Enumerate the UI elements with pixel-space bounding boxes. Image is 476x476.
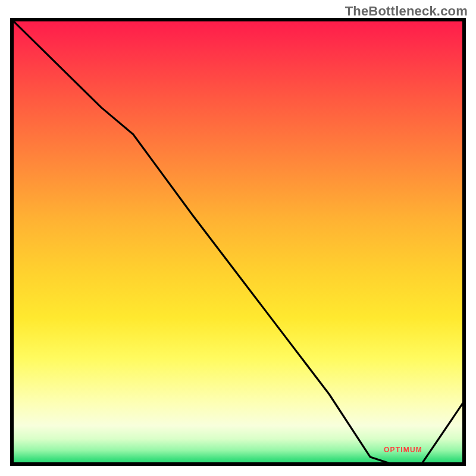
optimum-label: OPTIMUM xyxy=(384,446,422,454)
gradient-background xyxy=(10,18,466,466)
watermark-text: TheBottleneck.com xyxy=(345,4,468,19)
plot-area: OPTIMUM xyxy=(10,18,466,466)
chart-container: TheBottleneck.com OPTIMUM xyxy=(0,0,476,476)
